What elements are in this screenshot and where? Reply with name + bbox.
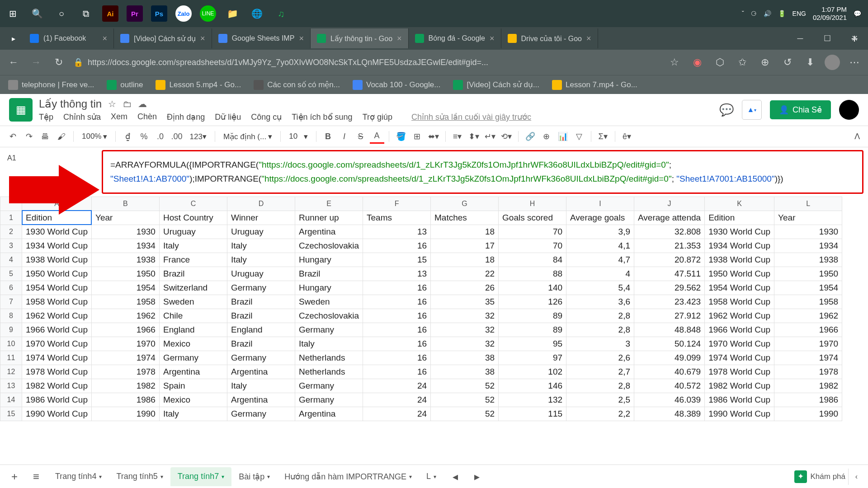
tab-actions-icon[interactable]: ▸ xyxy=(4,28,24,48)
cell[interactable]: 1974 World Cup xyxy=(22,351,92,365)
cell[interactable]: 24 xyxy=(363,407,431,421)
cell[interactable]: Germany xyxy=(227,351,295,365)
cell[interactable]: Argentina xyxy=(159,365,227,379)
column-header[interactable]: F xyxy=(363,197,431,211)
account-avatar[interactable] xyxy=(839,100,859,120)
wrap-button[interactable]: ↵▾ xyxy=(483,129,497,144)
cell[interactable]: 1970 xyxy=(91,337,159,351)
cell[interactable]: 13 xyxy=(363,225,431,239)
close-tab-icon[interactable]: × xyxy=(490,34,495,43)
menu-item[interactable]: Chèn xyxy=(137,112,157,122)
cell[interactable]: 2,2 xyxy=(566,407,634,421)
cell[interactable]: Year xyxy=(774,211,842,225)
cell[interactable]: Italy xyxy=(295,337,363,351)
cell[interactable]: Hungary xyxy=(295,253,363,267)
cell[interactable]: 52 xyxy=(431,407,499,421)
cell[interactable]: 3 xyxy=(566,337,634,351)
illustrator-icon[interactable]: Ai xyxy=(102,5,118,22)
cell[interactable]: 1930 World Cup xyxy=(705,225,774,239)
cell[interactable]: 24 xyxy=(363,393,431,407)
chart-button[interactable]: 📊 xyxy=(556,129,570,144)
column-header[interactable]: I xyxy=(566,197,634,211)
menu-item[interactable]: Tiện ích bổ sung xyxy=(292,112,352,122)
cell[interactable]: 16 xyxy=(363,295,431,309)
cell[interactable]: 22 xyxy=(431,267,499,281)
cell[interactable]: 3,6 xyxy=(566,295,634,309)
cell[interactable]: 1966 World Cup xyxy=(705,323,774,337)
cell[interactable]: 48.389 xyxy=(634,407,705,421)
cell[interactable]: 1954 World Cup xyxy=(705,281,774,295)
cell[interactable]: Uruguay xyxy=(227,225,295,239)
menu-icon[interactable]: ⋯ xyxy=(846,54,863,70)
cell[interactable]: 1938 World Cup xyxy=(22,253,92,267)
cell[interactable]: 1990 World Cup xyxy=(705,407,774,421)
last-edit-link[interactable]: Chỉnh sửa lần cuối vài giây trước xyxy=(411,112,531,122)
cell[interactable]: 1938 xyxy=(774,253,842,267)
cell[interactable]: Edition xyxy=(705,211,774,225)
cell[interactable]: 29.562 xyxy=(634,281,705,295)
sheet-tab[interactable]: Hướng dẫn hàm IMPORTRANGE ▾ xyxy=(277,467,419,486)
bookmark-item[interactable]: Lesson 7.mp4 - Go... xyxy=(552,80,637,90)
maximize-button[interactable]: ☐ xyxy=(814,27,841,50)
cell[interactable]: 1958 xyxy=(774,295,842,309)
browser-tab[interactable]: Lấy thông tin - Goo× xyxy=(311,28,409,48)
valign-button[interactable]: ⬍▾ xyxy=(467,129,481,144)
text-color-button[interactable]: A xyxy=(370,129,384,144)
cell[interactable]: 32.808 xyxy=(634,225,705,239)
move-icon[interactable]: 🗀 xyxy=(123,99,132,109)
cell[interactable]: 2,8 xyxy=(566,323,634,337)
row-header[interactable]: 6 xyxy=(0,281,22,295)
formula-input[interactable]: =ARRAYFORMULA({IMPORTRANGE("https://docs… xyxy=(102,150,863,194)
volume-icon[interactable]: 🔊 xyxy=(764,10,771,17)
cell[interactable]: 40.679 xyxy=(634,365,705,379)
explorer-icon[interactable]: 📁 xyxy=(224,5,241,22)
cell[interactable]: 1934 World Cup xyxy=(705,239,774,253)
taskview-icon[interactable]: ⧉ xyxy=(78,5,94,22)
cell[interactable]: 18 xyxy=(431,253,499,267)
cell[interactable]: Average attenda xyxy=(634,211,705,225)
column-header[interactable]: G xyxy=(431,197,499,211)
cell[interactable]: 1986 World Cup xyxy=(705,393,774,407)
link-button[interactable]: 🔗 xyxy=(523,129,538,144)
paint-format-button[interactable]: 🖌 xyxy=(54,129,69,144)
cell[interactable]: 1986 World Cup xyxy=(22,393,92,407)
functions-button[interactable]: Σ▾ xyxy=(596,129,610,144)
favorite-icon[interactable]: ☆ xyxy=(666,54,683,70)
cell[interactable]: Argentina xyxy=(227,365,295,379)
cell[interactable]: Chile xyxy=(159,309,227,323)
close-window-button[interactable]: ✕ xyxy=(841,27,868,50)
row-header[interactable]: 3 xyxy=(0,239,22,253)
cell[interactable]: 16 xyxy=(363,337,431,351)
cell[interactable]: 97 xyxy=(499,351,566,365)
cell[interactable]: Hungary xyxy=(295,281,363,295)
cell[interactable]: Winner xyxy=(227,211,295,225)
cell[interactable]: 1930 World Cup xyxy=(22,225,92,239)
fill-color-button[interactable]: 🪣 xyxy=(394,129,408,144)
cell[interactable]: Netherlands xyxy=(295,365,363,379)
bookmark-item[interactable]: outline xyxy=(107,80,143,90)
cell[interactable]: 1958 xyxy=(91,295,159,309)
back-button[interactable]: ← xyxy=(5,54,22,70)
cell[interactable]: 35 xyxy=(431,295,499,309)
more-formats-dropdown[interactable]: 123▾ xyxy=(186,132,210,141)
browser-tab[interactable]: Bóng đá - Google× xyxy=(409,28,501,48)
cell[interactable]: Brazil xyxy=(159,267,227,281)
cell[interactable]: Brazil xyxy=(227,309,295,323)
italic-button[interactable]: I xyxy=(337,129,352,144)
cell[interactable]: 1938 World Cup xyxy=(705,253,774,267)
explore-button[interactable]: ✦ Khám phá xyxy=(794,470,846,483)
scroll-right-button[interactable]: ▸ xyxy=(467,467,487,487)
cell[interactable]: 1962 xyxy=(774,309,842,323)
present-button[interactable]: ▲▾ xyxy=(742,100,762,120)
cell[interactable]: Switzerland xyxy=(159,281,227,295)
row-header[interactable]: 7 xyxy=(0,295,22,309)
row-header[interactable]: 13 xyxy=(0,379,22,393)
row-header[interactable]: 15 xyxy=(0,407,22,421)
search-icon[interactable]: 🔍 xyxy=(29,5,45,22)
cell[interactable]: 16 xyxy=(363,365,431,379)
menu-item[interactable]: Dữ liệu xyxy=(215,112,241,122)
cell[interactable]: 27.912 xyxy=(634,309,705,323)
redo-button[interactable]: ↷ xyxy=(22,129,36,144)
cell[interactable]: 2,8 xyxy=(566,379,634,393)
cell[interactable]: Germany xyxy=(227,281,295,295)
